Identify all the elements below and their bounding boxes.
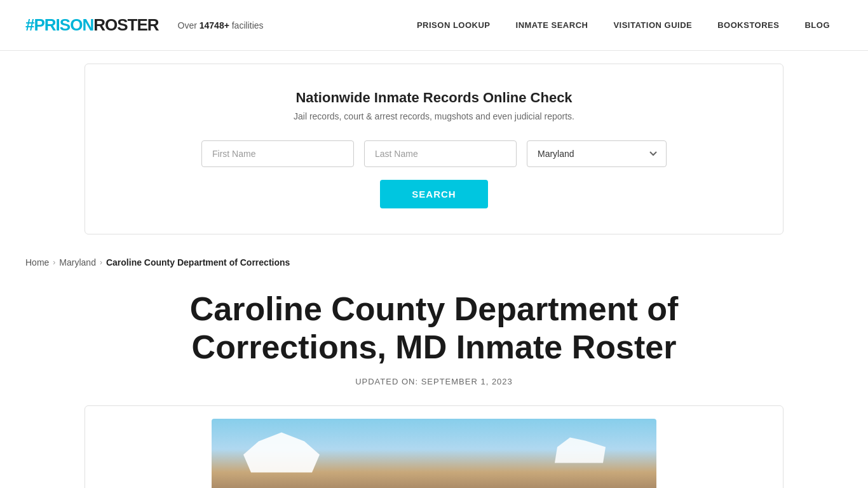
page-title: Caroline County Department of Correction… [148,290,720,367]
main-nav: PRISON LOOKUP INMATE SEARCH VISITATION G… [404,20,843,30]
logo-hash: # [25,15,34,35]
nav-blog[interactable]: BLOG [792,20,843,30]
breadcrumb-home[interactable]: Home [25,257,49,268]
search-fields: Maryland Alabama Alaska Arizona Californ… [123,140,745,167]
first-name-input[interactable] [201,140,354,167]
search-widget: Nationwide Inmate Records Online Check J… [85,64,783,234]
nav-inmate-search[interactable]: INMATE SEARCH [503,20,601,30]
state-select[interactable]: Maryland Alabama Alaska Arizona Californ… [527,140,667,167]
nav-bookstores[interactable]: BOOKSTORES [705,20,792,30]
facilities-count-text: Over 14748+ facilities [178,20,264,30]
breadcrumb-chevron-1: › [53,258,55,267]
facility-image [212,419,656,488]
main-content: Caroline County Department of Correction… [0,278,868,488]
nav-prison-lookup[interactable]: PRISON LOOKUP [404,20,503,30]
facilities-count: 14748+ [200,20,229,30]
updated-label: UPDATED ON: SEPTEMBER 1, 2023 [25,377,843,386]
breadcrumb-current: Caroline County Department of Correction… [106,257,290,268]
breadcrumb: Home › Maryland › Caroline County Depart… [0,247,868,278]
search-button[interactable]: SEARCH [380,180,487,208]
widget-title: Nationwide Inmate Records Online Check [123,90,745,106]
nav-visitation-guide[interactable]: VISITATION GUIDE [600,20,705,30]
search-widget-wrapper: Nationwide Inmate Records Online Check J… [0,51,868,247]
breadcrumb-state[interactable]: Maryland [59,257,96,268]
logo-roster: ROSTER [93,15,158,35]
breadcrumb-chevron-2: › [100,258,102,267]
site-header: #PRISONROSTER Over 14748+ facilities PRI… [0,0,868,51]
widget-subtitle: Jail records, court & arrest records, mu… [123,111,745,121]
site-logo[interactable]: #PRISONROSTER [25,15,159,35]
last-name-input[interactable] [364,140,517,167]
logo-prison: PRISON [34,15,93,35]
facility-image-card [85,405,783,488]
